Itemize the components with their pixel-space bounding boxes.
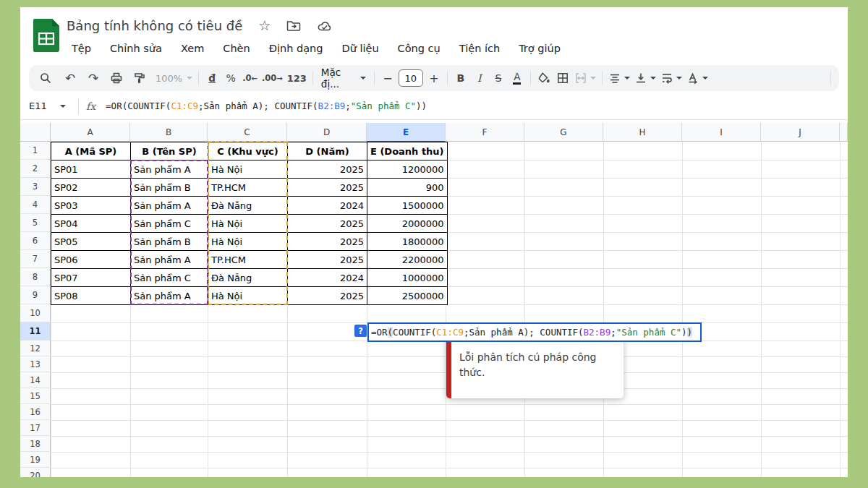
increase-decimal-button[interactable]: .00→ xyxy=(260,69,285,87)
menu-data[interactable]: Dữ liệu xyxy=(335,40,385,56)
row-header-12[interactable]: 12 xyxy=(20,341,51,356)
row-header-19[interactable]: 19 xyxy=(20,452,51,468)
currency-format-button[interactable]: đ xyxy=(203,69,221,87)
table-header-cell[interactable]: B (Tên SP) xyxy=(131,142,208,160)
row-header-4[interactable]: 4 xyxy=(20,196,51,214)
row-header-15[interactable]: 15 xyxy=(20,388,51,404)
menu-help[interactable]: Trợ giúp xyxy=(512,40,567,56)
column-header-H[interactable]: H xyxy=(603,123,682,142)
table-cell[interactable]: SP01 xyxy=(51,160,131,179)
column-header-A[interactable]: A xyxy=(51,123,130,142)
row-header-11[interactable]: 11 xyxy=(20,322,51,341)
bold-button[interactable]: B xyxy=(451,69,470,87)
menu-file[interactable]: Tệp xyxy=(65,40,98,56)
horizontal-align-icon[interactable] xyxy=(606,69,632,87)
column-header-F[interactable]: F xyxy=(446,123,524,142)
row-header-1[interactable]: 1 xyxy=(20,142,51,160)
row-header-16[interactable]: 16 xyxy=(20,404,51,420)
column-header-B[interactable]: B xyxy=(130,123,208,142)
column-header-E[interactable]: E xyxy=(367,123,446,142)
table-cell[interactable]: 2025 xyxy=(288,287,367,305)
table-cell[interactable]: 2025 xyxy=(288,179,367,197)
zoom-select[interactable]: 100% xyxy=(149,69,195,87)
table-header-cell[interactable]: D (Năm) xyxy=(288,142,367,160)
row-header-5[interactable]: 5 xyxy=(20,214,51,232)
row-header-20[interactable]: 20 xyxy=(20,468,51,477)
menu-insert[interactable]: Chèn xyxy=(216,40,256,56)
table-cell[interactable]: SP07 xyxy=(51,269,131,287)
table-header-cell[interactable]: C (Khu vực) xyxy=(208,142,288,160)
table-cell[interactable]: Sản phẩm A xyxy=(131,287,208,305)
table-cell[interactable]: 2024 xyxy=(288,197,367,215)
table-cell[interactable]: SP03 xyxy=(51,197,131,215)
column-header-C[interactable]: C xyxy=(208,123,287,142)
italic-button[interactable]: I xyxy=(470,69,489,87)
star-icon[interactable]: ☆ xyxy=(258,19,271,33)
move-folder-icon[interactable] xyxy=(286,20,301,33)
table-cell[interactable]: Đà Nẵng xyxy=(208,197,288,215)
select-all-corner[interactable] xyxy=(20,123,51,142)
strikethrough-button[interactable]: S xyxy=(489,69,508,87)
row-header-13[interactable]: 13 xyxy=(20,356,51,372)
table-cell[interactable]: Hà Nội xyxy=(208,233,288,251)
column-header-G[interactable]: G xyxy=(524,123,603,142)
sheets-logo-icon[interactable] xyxy=(33,19,59,52)
table-cell[interactable]: SP02 xyxy=(51,179,131,197)
row-header-2[interactable]: 2 xyxy=(20,160,51,178)
menu-view[interactable]: Xem xyxy=(174,40,210,56)
column-header-I[interactable]: I xyxy=(682,123,761,142)
table-cell[interactable]: 2000000 xyxy=(367,215,448,233)
vertical-align-icon[interactable] xyxy=(632,69,658,87)
row-header-6[interactable]: 6 xyxy=(20,232,51,250)
table-cell[interactable]: 1800000 xyxy=(367,233,448,251)
menu-edit[interactable]: Chỉnh sửa xyxy=(103,40,169,56)
row-header-8[interactable]: 8 xyxy=(20,268,51,286)
borders-icon[interactable] xyxy=(553,69,572,87)
formula-input[interactable]: =OR(COUNTIF(C1:C9;Sản phẩm A); COUNTIF(B… xyxy=(106,100,427,111)
table-cell[interactable]: Hà Nội xyxy=(208,160,288,179)
font-family-select[interactable]: Mặc đị... xyxy=(317,69,370,87)
table-cell[interactable]: SP08 xyxy=(51,287,131,305)
table-cell[interactable]: 2500000 xyxy=(367,287,448,305)
table-cell[interactable]: 2024 xyxy=(288,269,367,287)
table-cell[interactable]: TP.HCM xyxy=(208,179,288,197)
table-cell[interactable]: Sản phẩm C xyxy=(131,215,208,233)
active-cell-editor[interactable]: =OR(COUNTIF(C1:C9;Sản phẩm A); COUNTIF(B… xyxy=(367,322,702,342)
undo-icon[interactable]: ↶ xyxy=(61,69,80,87)
redo-icon[interactable]: ↷ xyxy=(84,69,103,87)
table-cell[interactable]: 1500000 xyxy=(367,197,448,215)
table-cell[interactable]: 1200000 xyxy=(367,160,448,179)
table-cell[interactable]: SP04 xyxy=(51,215,131,233)
column-header-D[interactable]: D xyxy=(287,123,367,142)
column-header-J[interactable]: J xyxy=(761,123,840,142)
table-cell[interactable]: Sản phẩm A xyxy=(131,197,208,215)
document-title[interactable]: Bảng tính không có tiêu đề xyxy=(67,18,242,33)
table-cell[interactable]: SP05 xyxy=(51,233,131,251)
table-cell[interactable]: 1000000 xyxy=(367,269,448,287)
text-rotation-icon[interactable] xyxy=(684,69,710,87)
row-header-10[interactable]: 10 xyxy=(20,304,51,322)
row-header-14[interactable]: 14 xyxy=(20,372,51,388)
name-box[interactable]: E11 xyxy=(20,100,75,111)
increase-font-size-button[interactable]: + xyxy=(425,69,443,87)
table-cell[interactable]: TP.HCM xyxy=(208,251,288,269)
decrease-font-size-button[interactable]: − xyxy=(378,69,397,87)
print-icon[interactable] xyxy=(107,69,126,87)
table-cell[interactable]: SP06 xyxy=(51,251,131,269)
row-header-7[interactable]: 7 xyxy=(20,250,51,268)
text-color-button[interactable]: A xyxy=(508,69,527,87)
table-cell[interactable]: 900 xyxy=(367,179,448,197)
table-cell[interactable]: Sản phẩm A xyxy=(131,251,208,269)
table-cell[interactable]: 2025 xyxy=(288,215,367,233)
merge-cells-icon[interactable] xyxy=(572,69,598,87)
decrease-decimal-button[interactable]: .0← xyxy=(240,69,260,87)
row-header-18[interactable]: 18 xyxy=(20,436,51,452)
table-cell[interactable]: Hà Nội xyxy=(208,287,288,305)
formula-help-chip[interactable]: ? xyxy=(354,325,367,337)
menu-tools[interactable]: Công cụ xyxy=(391,40,447,56)
table-cell[interactable]: Đà Nẵng xyxy=(208,269,288,287)
table-cell[interactable]: 2025 xyxy=(288,251,367,269)
row-header-3[interactable]: 3 xyxy=(20,178,51,196)
paint-format-icon[interactable] xyxy=(130,69,149,87)
table-cell[interactable]: Sản phẩm A xyxy=(131,160,208,179)
